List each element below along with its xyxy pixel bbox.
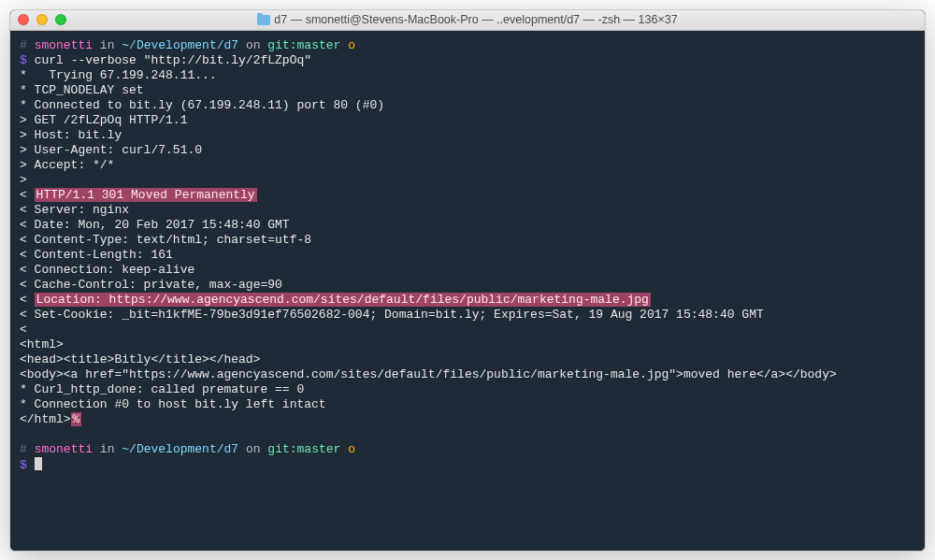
output-line: <body><a href="https://www.agencyascend.… bbox=[20, 367, 837, 381]
output-line: * Connection #0 to host bit.ly left inta… bbox=[20, 397, 326, 411]
terminal-window: d7 — smonetti@Stevens-MacBook-Pro — ..ev… bbox=[9, 9, 926, 552]
output-line: < bbox=[20, 323, 27, 337]
output-line: * Curl_http_done: called premature == 0 bbox=[20, 382, 304, 396]
output-line: > bbox=[20, 173, 27, 187]
prompt-git: git: bbox=[267, 442, 296, 456]
output-line: < Server: nginx bbox=[20, 203, 129, 217]
traffic-lights bbox=[18, 14, 66, 25]
command-text: curl --verbose "http://bit.ly/2fLZpOq" bbox=[35, 53, 311, 67]
output-line: > Accept: */* bbox=[20, 158, 114, 172]
highlighted-status: HTTP/1.1 301 Moved Permanently bbox=[35, 188, 257, 202]
prompt-git: git: bbox=[267, 38, 296, 52]
output-line: < Set-Cookie: _bit=h1kfME-79be3d91ef7650… bbox=[20, 308, 764, 322]
window-title-text: d7 — smonetti@Stevens-MacBook-Pro — ..ev… bbox=[274, 13, 677, 26]
reverse-percent: % bbox=[71, 412, 82, 426]
prompt-in: in bbox=[100, 38, 115, 52]
output-line: < Content-Type: text/html; charset=utf-8 bbox=[20, 233, 311, 247]
output-line: <html> bbox=[20, 337, 64, 352]
output-line: * Trying 67.199.248.11... bbox=[20, 68, 217, 82]
prompt-symbol: $ bbox=[20, 458, 27, 472]
titlebar[interactable]: d7 — smonetti@Stevens-MacBook-Pro — ..ev… bbox=[10, 10, 925, 31]
output-line: < Content-Length: 161 bbox=[20, 248, 173, 262]
cursor bbox=[35, 457, 42, 470]
zoom-icon[interactable] bbox=[55, 14, 66, 25]
output-line: < Cache-Control: private, max-age=90 bbox=[20, 278, 282, 292]
prompt-user: smonetti bbox=[35, 442, 93, 456]
prompt-path: ~/Development/d7 bbox=[122, 38, 238, 52]
close-icon[interactable] bbox=[18, 14, 29, 25]
highlighted-location: Location: https://www.agencyascend.com/s… bbox=[35, 293, 651, 307]
prompt-symbol: $ bbox=[20, 53, 27, 67]
minimize-icon[interactable] bbox=[36, 14, 48, 25]
output-line: > GET /2fLZpOq HTTP/1.1 bbox=[20, 113, 187, 127]
prompt-on: on bbox=[246, 442, 261, 456]
output-line: < bbox=[20, 293, 35, 307]
prompt-dirty: o bbox=[348, 38, 355, 52]
output-line: * TCP_NODELAY set bbox=[20, 83, 144, 97]
output-line: < Date: Mon, 20 Feb 2017 15:48:40 GMT bbox=[20, 218, 290, 232]
prompt-hash: # bbox=[20, 38, 27, 52]
prompt-user: smonetti bbox=[35, 38, 93, 52]
prompt-branch: master bbox=[297, 38, 341, 52]
output-line: < bbox=[20, 188, 35, 202]
prompt-branch: master bbox=[297, 442, 341, 456]
prompt-path: ~/Development/d7 bbox=[122, 442, 238, 456]
output-line: > User-Agent: curl/7.51.0 bbox=[20, 143, 202, 157]
prompt-dirty: o bbox=[348, 442, 355, 456]
prompt-hash: # bbox=[20, 442, 27, 456]
output-line: * Connected to bit.ly (67.199.248.11) po… bbox=[20, 98, 384, 112]
prompt-in: in bbox=[100, 442, 115, 456]
output-line: <head><title>Bitly</title></head> bbox=[20, 352, 260, 366]
folder-icon bbox=[257, 15, 270, 25]
terminal-body[interactable]: # smonetti in ~/Development/d7 on git:ma… bbox=[10, 31, 925, 551]
output-line: < Connection: keep-alive bbox=[20, 263, 194, 277]
prompt-on: on bbox=[246, 38, 261, 52]
window-title: d7 — smonetti@Stevens-MacBook-Pro — ..ev… bbox=[10, 13, 925, 26]
output-line: </html> bbox=[20, 412, 71, 426]
output-line: > Host: bit.ly bbox=[20, 128, 122, 142]
